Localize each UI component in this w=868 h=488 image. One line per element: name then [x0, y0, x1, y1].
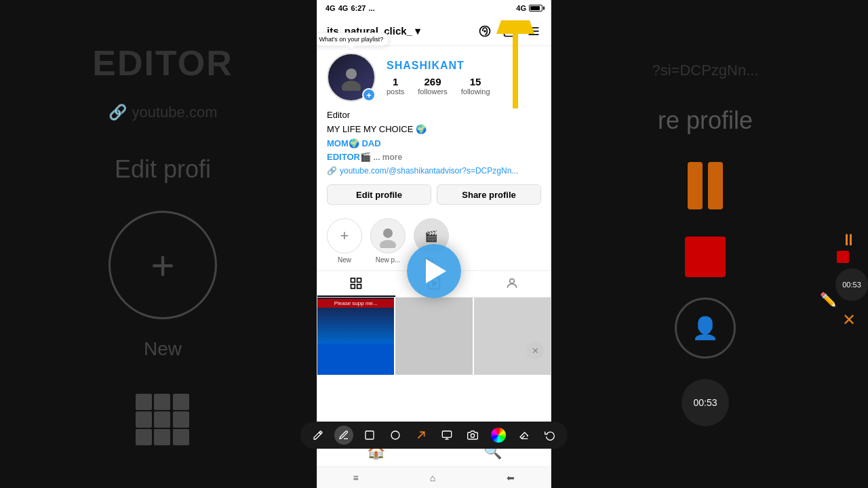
- add-post-icon[interactable]: [502, 24, 517, 39]
- edit-profile-button[interactable]: Edit profile: [327, 184, 431, 205]
- post-red-text: Please supp me...: [317, 299, 394, 308]
- system-home-icon[interactable]: ⌂: [430, 472, 435, 483]
- rectangle-tool[interactable]: [360, 426, 379, 445]
- marker-tool[interactable]: [334, 426, 353, 445]
- tab-grid[interactable]: [317, 271, 395, 297]
- bio-link[interactable]: 🔗 youtube.com/@shashikantadvisor?s=DCPzg…: [327, 165, 541, 178]
- system-back-icon[interactable]: ⬅: [507, 472, 515, 483]
- bio-more[interactable]: ... more: [374, 152, 403, 162]
- bg-new-label: New: [144, 338, 182, 360]
- svg-rect-21: [366, 431, 374, 439]
- profile-buttons: Edit profile Share profile: [327, 184, 541, 205]
- svg-point-10: [383, 228, 393, 238]
- svg-point-27: [471, 434, 474, 437]
- svg-rect-14: [351, 285, 355, 289]
- bg-person-circle: 👤: [675, 298, 736, 359]
- undo-tool[interactable]: [540, 426, 559, 445]
- menu-icon[interactable]: [526, 24, 541, 39]
- tab-tagged[interactable]: [473, 271, 551, 297]
- profile-section: What's on your playlist? + SHASHIKANT 1 …: [317, 46, 551, 211]
- bg-right-panel: ?si=DCPzgNn... re profile 👤 00:53: [542, 0, 868, 488]
- bio-line3: EDITOR🎬 ... more: [327, 150, 541, 165]
- bg-plus-icon: +: [151, 242, 174, 289]
- system-menu-icon[interactable]: ≡: [353, 472, 359, 483]
- following-label: following: [461, 87, 490, 96]
- profile-top: What's on your playlist? + SHASHIKANT 1 …: [327, 53, 541, 102]
- bg-right-url: ?si=DCPzgNn...: [652, 62, 758, 79]
- profile-stats: SHASHIKANT 1 posts 269 followers 15 foll…: [387, 60, 541, 96]
- svg-rect-15: [357, 285, 361, 289]
- camera-tool[interactable]: [463, 426, 482, 445]
- following-count: 15: [470, 76, 481, 87]
- annotation-toolbar-wrap: [317, 422, 551, 449]
- status-right: 4G: [516, 4, 542, 12]
- arrow-tool[interactable]: [412, 426, 431, 445]
- play-button[interactable]: [407, 244, 461, 298]
- svg-rect-13: [357, 279, 361, 283]
- bg-left-panel: EDITOR 🔗 youtube.com Edit profi + New: [0, 0, 326, 488]
- story-add-circle[interactable]: +: [327, 218, 362, 253]
- post-cell-3[interactable]: [474, 298, 551, 374]
- threads-icon[interactable]: [477, 24, 492, 39]
- posts-stat[interactable]: 1 posts: [387, 76, 404, 96]
- color-picker-tool[interactable]: [489, 426, 508, 445]
- system-nav: ≡ ⌂ ⬅: [317, 466, 551, 488]
- bg-grid: [136, 394, 190, 445]
- story-bubble-text: What's on your playlist?: [319, 36, 384, 43]
- post-cell-2[interactable]: [395, 298, 472, 374]
- profile-name: SHASHIKANT: [387, 60, 541, 72]
- eraser-tool[interactable]: [515, 426, 534, 445]
- story-label-2: New p...: [376, 256, 401, 264]
- bg-circle: +: [108, 211, 217, 319]
- bio-line2: MOM🌍 DAD: [327, 137, 541, 151]
- bg-timer-circle: 00:53: [682, 379, 729, 426]
- posts-label: posts: [387, 87, 404, 96]
- avatar-wrap: What's on your playlist? +: [327, 53, 376, 102]
- followers-count: 269: [424, 76, 441, 87]
- posts-grid: Please supp me...: [317, 298, 551, 435]
- bg-pause-icon: [688, 162, 723, 209]
- story-new[interactable]: + New: [327, 218, 362, 264]
- svg-point-11: [380, 240, 396, 248]
- status-bar: 4G 4G 6:27 ... 4G: [317, 0, 551, 16]
- svg-point-9: [342, 81, 361, 91]
- bg-url: 🔗 youtube.com: [108, 104, 218, 121]
- svg-rect-24: [442, 431, 451, 437]
- followers-stat[interactable]: 269 followers: [418, 76, 447, 96]
- bg-right-edit: re profile: [658, 106, 753, 135]
- battery-label: 4G: [516, 4, 526, 12]
- story-bubble: What's on your playlist?: [317, 33, 389, 46]
- signal2-indicator: 4G: [338, 4, 349, 12]
- circle-tool[interactable]: [386, 426, 405, 445]
- bg-red-square: [685, 237, 726, 277]
- battery-icon: [529, 5, 542, 12]
- bg-edit-text: Edit profi: [115, 155, 211, 184]
- screenshot-tool[interactable]: [437, 426, 456, 445]
- svg-point-8: [346, 68, 357, 79]
- dropdown-chevron-icon: ▾: [415, 25, 420, 37]
- followers-label: followers: [418, 87, 447, 96]
- status-time: 6:27: [351, 4, 366, 12]
- annotation-toolbar: [300, 422, 568, 449]
- following-stat[interactable]: 15 following: [461, 76, 490, 96]
- pencil-tool[interactable]: [309, 426, 328, 445]
- nav-icons: [477, 24, 541, 39]
- stats-row: 1 posts 269 followers 15 following: [387, 76, 541, 96]
- share-profile-button[interactable]: Share profile: [437, 184, 541, 205]
- story-item-2[interactable]: New p...: [370, 218, 406, 264]
- story-new-label: New: [338, 256, 351, 264]
- profile-bio: Editor MY LIFE MY CHOICE 🌍 MOM🌍 DAD EDIT…: [327, 108, 541, 178]
- avatar-plus-icon[interactable]: +: [362, 88, 376, 102]
- status-left: 4G 4G 6:27 ...: [326, 4, 375, 12]
- story-circle-2[interactable]: [370, 218, 406, 253]
- bio-line1: MY LIFE MY CHOICE 🌍: [327, 123, 541, 137]
- status-dots: ...: [368, 4, 374, 12]
- svg-rect-12: [351, 279, 355, 283]
- color-wheel-icon: [491, 428, 506, 443]
- svg-point-1: [484, 30, 486, 32]
- svg-point-18: [509, 279, 514, 284]
- post-cell-1[interactable]: Please supp me...: [317, 298, 394, 374]
- play-triangle-icon: [426, 259, 446, 283]
- bio-link-text: youtube.com/@shashikantadvisor?s=DCPzgNn…: [340, 165, 518, 178]
- bio-role: Editor: [327, 108, 541, 123]
